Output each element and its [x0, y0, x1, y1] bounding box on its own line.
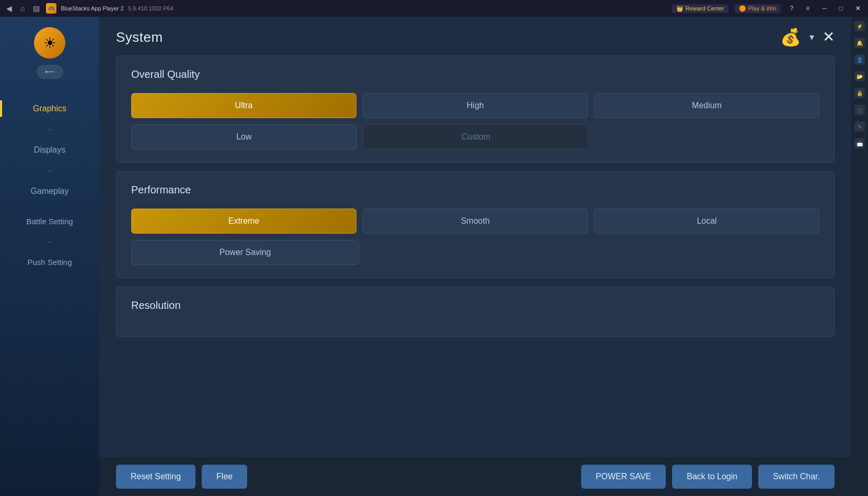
- quality-row-2: Low Custom: [131, 124, 819, 149]
- right-icon-1[interactable]: ⚡: [854, 21, 865, 31]
- right-icon-4[interactable]: 📂: [854, 71, 865, 82]
- quality-ultra-button[interactable]: Ultra: [131, 93, 356, 118]
- title-bar-controls: 👑 Reward Center 🟠 Play & Win ? ≡ ─ □ ✕: [672, 4, 864, 13]
- performance-local-button[interactable]: Local: [594, 209, 819, 234]
- quality-custom-button[interactable]: Custom: [363, 124, 589, 149]
- flee-button[interactable]: Flee: [202, 465, 247, 489]
- maximize-button[interactable]: □: [836, 4, 846, 13]
- app-icon: 🎮: [46, 3, 56, 14]
- nav-home-button[interactable]: ⌂: [18, 3, 27, 14]
- sidebar-item-label: Displays: [34, 145, 65, 154]
- more-button[interactable]: ≡: [803, 4, 813, 13]
- performance-section: Performance Extreme Smooth Local Power S…: [116, 171, 835, 278]
- right-icon-6[interactable]: ◻: [854, 105, 865, 115]
- resolution-title: Resolution: [131, 299, 819, 312]
- resolution-section: Resolution: [116, 286, 835, 337]
- header-right: 💰 ▾ ✕: [780, 27, 835, 47]
- app-version: 5.9.410.1002 P64: [128, 5, 173, 11]
- sidebar-item-gameplay[interactable]: Gameplay: [0, 177, 99, 205]
- quality-row-1: Ultra High Medium: [131, 93, 819, 118]
- sidebar-item-label: Battle Setting: [26, 217, 73, 226]
- sidebar-dots-2: • •: [0, 168, 99, 173]
- content-header: System 💰 ▾ ✕: [99, 17, 851, 55]
- main-container: ☀ ⟵ Graphics • • Displays • • Gameplay B…: [0, 17, 868, 496]
- right-icon-8[interactable]: 📩: [854, 138, 865, 148]
- right-scrollbar: ⚡ 🔔 👤 📂 🔒 ◻ ✎ 📩: [851, 17, 868, 496]
- performance-power-saving-button[interactable]: Power Saving: [131, 240, 359, 265]
- logo-icon: ☀: [43, 34, 56, 52]
- reset-setting-button[interactable]: Reset Setting: [116, 465, 195, 489]
- performance-extreme-button[interactable]: Extreme: [131, 209, 356, 234]
- content-close-button[interactable]: ✕: [823, 30, 835, 44]
- page-title: System: [116, 29, 163, 45]
- sidebar-item-label: Push Setting: [27, 258, 72, 267]
- sidebar-item-label: Graphics: [33, 104, 66, 113]
- sidebar-dots-3: • •: [0, 239, 99, 244]
- title-bar-left: ◀ ⌂ ▤ 🎮 BlueStacks App Player 2 5.9.410.…: [4, 3, 173, 14]
- performance-smooth-button[interactable]: Smooth: [363, 209, 588, 234]
- bag-icon[interactable]: 💰: [780, 27, 801, 47]
- sidebar-item-displays[interactable]: Displays: [0, 136, 99, 164]
- bottom-bar: Reset Setting Flee POWER SAVE Back to Lo…: [99, 457, 851, 496]
- right-icon-2[interactable]: 🔔: [854, 38, 865, 48]
- nav-menu-button[interactable]: ▤: [31, 3, 42, 14]
- title-bar: ◀ ⌂ ▤ 🎮 BlueStacks App Player 2 5.9.410.…: [0, 0, 868, 17]
- window-close-button[interactable]: ✕: [852, 4, 864, 13]
- quality-high-button[interactable]: High: [363, 93, 588, 118]
- performance-title: Performance: [131, 184, 819, 196]
- sidebar-nav: Graphics • • Displays • • Gameplay Battl…: [0, 95, 99, 276]
- performance-row-2: Power Saving: [131, 240, 819, 265]
- quality-low-button[interactable]: Low: [131, 124, 357, 149]
- reward-icon: 👑: [676, 5, 684, 12]
- performance-row-1: Extreme Smooth Local: [131, 209, 819, 234]
- play-win-icon: 🟠: [739, 5, 746, 12]
- back-arrow-icon: ⟵: [45, 68, 55, 76]
- play-win-label: Play & Win: [748, 5, 777, 11]
- nav-back-button[interactable]: ◀: [4, 3, 14, 14]
- sidebar-item-battle-setting[interactable]: Battle Setting: [0, 207, 99, 235]
- sidebar-item-graphics[interactable]: Graphics: [0, 95, 99, 123]
- app-title: BlueStacks App Player 2: [61, 5, 123, 11]
- help-button[interactable]: ?: [787, 4, 797, 13]
- dropdown-icon[interactable]: ▾: [809, 31, 814, 43]
- overall-quality-section: Overall Quality Ultra High Medium Low Cu…: [116, 55, 835, 163]
- play-win-button[interactable]: 🟠 Play & Win: [735, 4, 781, 13]
- content-area: System 💰 ▾ ✕ Overall Quality Ultra High …: [99, 17, 851, 496]
- reward-center-label: Reward Center: [686, 5, 724, 11]
- sidebar-item-push-setting[interactable]: Push Setting: [0, 248, 99, 276]
- right-icon-5[interactable]: 🔒: [854, 88, 865, 98]
- switch-char-button[interactable]: Switch Char.: [758, 465, 835, 489]
- content-scroll: Overall Quality Ultra High Medium Low Cu…: [99, 55, 851, 457]
- sidebar-back-button[interactable]: ⟵: [37, 65, 63, 79]
- quality-medium-button[interactable]: Medium: [594, 93, 819, 118]
- sidebar: ☀ ⟵ Graphics • • Displays • • Gameplay B…: [0, 17, 99, 496]
- power-save-button[interactable]: POWER SAVE: [581, 465, 666, 489]
- sidebar-logo: ☀: [34, 27, 65, 59]
- sidebar-item-label: Gameplay: [31, 187, 69, 195]
- overall-quality-title: Overall Quality: [131, 68, 819, 80]
- minimize-button[interactable]: ─: [819, 4, 830, 13]
- reward-center-button[interactable]: 👑 Reward Center: [672, 4, 728, 13]
- sidebar-dots-1: • •: [0, 127, 99, 132]
- right-icon-3[interactable]: 👤: [854, 54, 865, 65]
- right-icon-7[interactable]: ✎: [854, 121, 865, 132]
- back-to-login-button[interactable]: Back to Login: [672, 465, 752, 489]
